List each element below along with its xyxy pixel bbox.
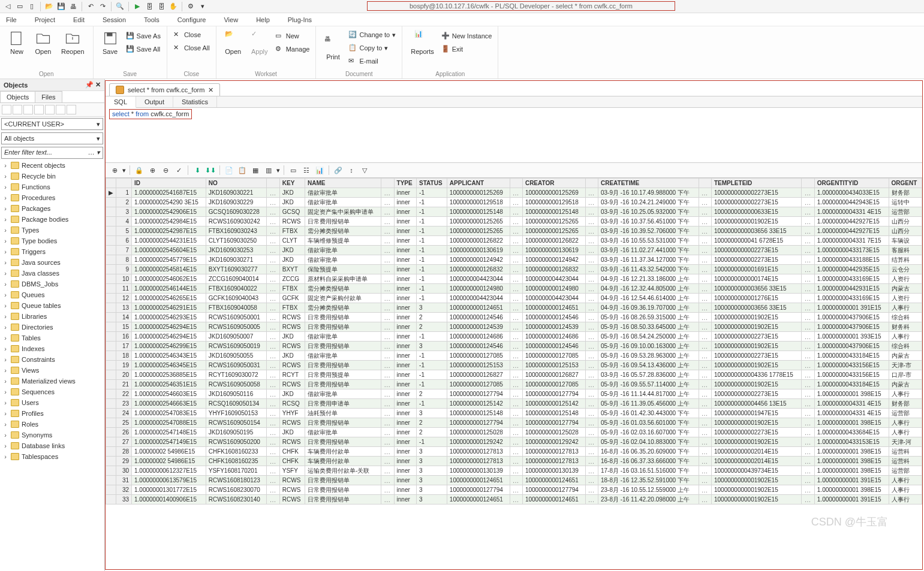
workset-new-button[interactable]: ▭New — [275, 30, 310, 42]
table-row[interactable]: 221.00000002546603E15JKD1609050116…JKD借款… — [106, 389, 922, 399]
column-header[interactable] — [802, 179, 814, 188]
folder-icon[interactable] — [67, 105, 76, 114]
table-row[interactable]: 241.00000002547083E15YHYF1609050153…YHYF… — [106, 409, 922, 418]
table-row[interactable]: 31.00000002542906E15GCSQ1609030228…GCSQ固… — [106, 207, 922, 217]
user-combo[interactable]: <CURRENT USER>▾ — [1, 118, 103, 130]
tree-node[interactable]: ›Packages — [0, 203, 104, 214]
closeall-button[interactable]: ✕Close All — [173, 42, 210, 54]
stop-icon[interactable]: ✋ — [168, 1, 179, 12]
table-row[interactable]: 121.00000002546265E15GCFK1609040043…GCFK… — [106, 294, 922, 303]
copy-icon[interactable]: 📋 — [237, 165, 248, 176]
table-row[interactable]: 141.00000002546293E15RCWS1609050001…RCWS… — [106, 313, 922, 322]
search-icon[interactable]: 🔍 — [115, 1, 125, 12]
table-row[interactable]: 331.00000001400906E15RCWS1608230140…RCWS… — [106, 495, 922, 504]
workset-open-button[interactable]: 📂Open — [222, 29, 244, 56]
tab-files[interactable]: Files — [35, 91, 62, 102]
new-button[interactable]: New — [6, 29, 28, 56]
settings-icon[interactable]: ⚙ — [185, 1, 196, 12]
tree-node[interactable]: ›Java sources — [0, 257, 104, 268]
saveas-button[interactable]: 💾Save As — [126, 30, 161, 42]
subtab-output[interactable]: Output — [136, 96, 173, 107]
tree-node[interactable]: ›Constraints — [0, 354, 104, 365]
reopen-button[interactable]: Reopen — [59, 29, 87, 56]
print-button[interactable]: 🖶Print — [322, 34, 344, 62]
column-header[interactable]: ID — [132, 179, 206, 188]
tree-node[interactable]: ›Queues — [0, 289, 104, 300]
result-grid[interactable]: IDNOKEYNAMETYPESTATUSAPPLICANTCREATORCRE… — [106, 178, 922, 569]
menu-plugins[interactable]: Plug-Ins — [288, 16, 312, 23]
email-button[interactable]: ✉E-mail — [348, 55, 396, 67]
exit-button[interactable]: 🚪Exit — [441, 43, 492, 55]
menu-project[interactable]: Project — [35, 16, 55, 23]
table-row[interactable]: 181.00000002546343E15JKD1609050055…JKD借款… — [106, 351, 922, 361]
db1-icon[interactable]: 🗄 — [144, 1, 155, 12]
column-header[interactable]: ORGENT — [889, 179, 922, 188]
grid-icon[interactable]: ▦ — [250, 165, 261, 176]
tree-node[interactable]: ›Type bodies — [0, 235, 104, 246]
filter-icon[interactable] — [45, 105, 55, 114]
table-row[interactable]: 101.00000002546062E15ZCCG1609040014…ZCCG… — [106, 274, 922, 284]
doc-icon[interactable]: ▯ — [26, 1, 37, 12]
document-tab[interactable]: select * from cwfk.cc_form ✕ — [109, 83, 220, 96]
table-row[interactable]: 191.00000002546345E15RCWS1609050031…RCWS… — [106, 361, 922, 370]
find-icon[interactable] — [34, 105, 44, 114]
menu-edit[interactable]: Edit — [73, 16, 85, 23]
column-header[interactable] — [381, 179, 394, 188]
tab-objects[interactable]: Objects — [0, 91, 35, 102]
tree-node[interactable]: ›Roles — [0, 419, 104, 430]
back-icon[interactable]: ◁ — [2, 1, 13, 12]
tree-node[interactable]: ›Views — [0, 365, 104, 376]
run-icon[interactable]: ▶ — [132, 1, 143, 12]
menu-configure[interactable]: Configure — [177, 16, 206, 23]
undo-icon[interactable]: ↶ — [85, 1, 96, 12]
cols-icon[interactable]: ▥ — [263, 165, 274, 176]
delete-row-icon[interactable]: ⊖ — [160, 165, 171, 176]
subtab-stats[interactable]: Statistics — [173, 96, 217, 107]
column-header[interactable] — [106, 179, 116, 188]
table-row[interactable]: 131.00000002546291E15FTBX1609040058…FTBX… — [106, 303, 922, 313]
open-button[interactable]: Open — [32, 29, 54, 56]
tree-node[interactable]: ›Sequences — [0, 386, 104, 397]
expand-icon[interactable] — [13, 105, 22, 114]
table-row[interactable]: 91.00000002545814E15BXYT1609030277…BXYT保… — [106, 265, 922, 274]
save-button[interactable]: Save — [100, 29, 121, 56]
column-header[interactable]: NAME — [305, 179, 381, 188]
column-header[interactable]: STATUS — [417, 179, 447, 188]
menu-help[interactable]: Help — [256, 16, 270, 23]
column-header[interactable] — [116, 179, 132, 188]
workset-manage-button[interactable]: ⚙Manage — [275, 43, 310, 55]
fit-icon[interactable]: ⊕ — [109, 165, 120, 176]
column-header[interactable]: APPLICANT — [447, 179, 510, 188]
subtab-sql[interactable]: SQL — [106, 96, 136, 108]
tree-node[interactable]: ›Queue tables — [0, 300, 104, 311]
pin-icon[interactable]: 📌 — [85, 81, 94, 88]
lock-icon[interactable]: 🔒 — [134, 165, 145, 176]
tree-node[interactable]: ›Materialized views — [0, 376, 104, 386]
table-row[interactable]: 61.00000002544231E15CLYT1609030250…CLYT车… — [106, 236, 922, 246]
tree-node[interactable]: ›Tablespaces — [0, 451, 104, 462]
tree-node[interactable]: ›Tables — [0, 333, 104, 343]
table-row[interactable]: 271.00000002547149E15RCWS1609050200…RCWS… — [106, 437, 922, 447]
menu-view[interactable]: View — [224, 16, 238, 23]
table-row[interactable]: 21.0000000254290 3E15JKD1609030229…JKD借款… — [106, 198, 922, 207]
table-row[interactable]: 81.00000002545779E15JKD1609030271…JKD借款审… — [106, 255, 922, 265]
bookmark-icon[interactable] — [56, 105, 65, 114]
tree-node[interactable]: ›DBMS_Jobs — [0, 279, 104, 289]
tree-node[interactable]: ›Synonyms — [0, 430, 104, 440]
column-header[interactable]: CREATOR — [522, 179, 585, 188]
sql-editor[interactable]: select * from cwfk.cc_form — [109, 109, 192, 119]
table-row[interactable]: 231.00000002546663E15RCSQ1609050134…RCSQ… — [106, 399, 922, 409]
table-row[interactable]: 291.00000002 54986E15CHFK1608160235…CHFK… — [106, 457, 922, 466]
collapse-icon[interactable] — [23, 105, 33, 114]
table-row[interactable]: 161.00000002546294E15JKD1609050007…JKD借款… — [106, 332, 922, 342]
table-row[interactable]: 201.00000002536885E15RCYT1609030072…RCYT… — [106, 370, 922, 380]
tree-node[interactable]: ›Java classes — [0, 268, 104, 279]
tree-node[interactable]: ›Recycle bin — [0, 171, 104, 182]
table-row[interactable]: 151.00000002546294E15RCWS1609050005…RCWS… — [106, 322, 922, 332]
tree-node[interactable]: ›Users — [0, 397, 104, 408]
object-tree[interactable]: ›Recent objects›Recycle bin›Functions›Pr… — [0, 160, 104, 571]
tree-node[interactable]: ›Procedures — [0, 192, 104, 203]
table-row[interactable]: 71.00000002545604E15JKD1609030253…JKD借款审… — [106, 246, 922, 255]
column-header[interactable] — [585, 179, 598, 188]
close-panel-icon[interactable]: ✕ — [95, 81, 101, 88]
